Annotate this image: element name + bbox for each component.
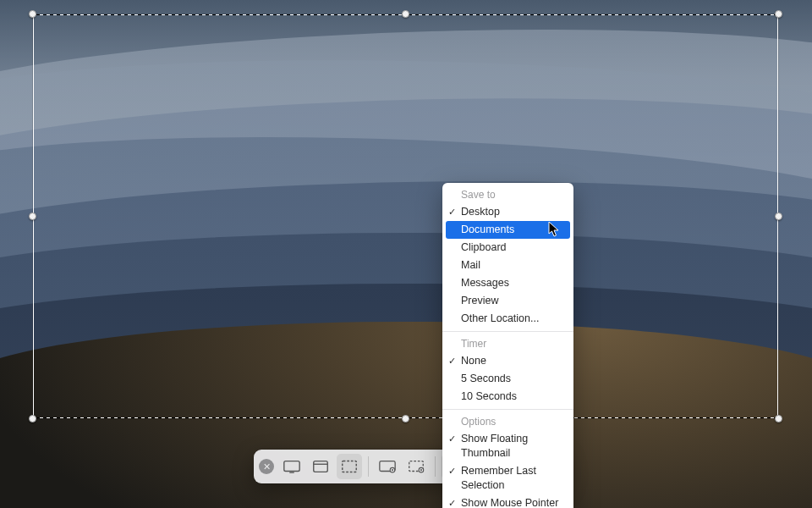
resize-handle-nw[interactable]	[29, 10, 36, 18]
resize-handle-e[interactable]	[775, 213, 782, 220]
menu-divider	[442, 331, 573, 332]
resize-handle-se[interactable]	[775, 415, 782, 422]
menu-divider	[442, 409, 573, 410]
selection-record-icon	[407, 458, 425, 475]
svg-rect-0	[284, 461, 299, 472]
capture-selection-button[interactable]	[337, 454, 362, 479]
svg-rect-1	[289, 472, 294, 472]
record-selection-button[interactable]	[403, 454, 429, 479]
save-to-other-location[interactable]: Other Location...	[442, 310, 573, 328]
svg-rect-4	[343, 461, 357, 472]
option-show-floating-thumbnail[interactable]: Show Floating Thumbnail	[442, 430, 573, 462]
capture-window-button[interactable]	[308, 454, 333, 479]
save-to-clipboard[interactable]: Clipboard	[442, 239, 573, 257]
option-remember-last-selection[interactable]: Remember Last Selection	[442, 462, 573, 494]
screen-icon	[283, 458, 301, 475]
resize-handle-w[interactable]	[29, 213, 36, 220]
timer-none[interactable]: None	[442, 352, 573, 370]
toolbar-divider	[435, 456, 436, 477]
close-button[interactable]: ✕	[259, 459, 274, 474]
resize-handle-ne[interactable]	[775, 10, 782, 18]
selection-icon	[340, 458, 359, 475]
menu-section-header: Timer	[442, 335, 573, 352]
capture-entire-screen-button[interactable]	[279, 454, 304, 479]
option-show-mouse-pointer[interactable]: Show Mouse Pointer	[442, 494, 573, 508]
save-to-messages[interactable]: Messages	[442, 274, 573, 292]
svg-rect-2	[314, 461, 328, 472]
save-to-documents[interactable]: Documents	[446, 221, 570, 239]
timer-5-seconds[interactable]: 5 Seconds	[442, 370, 573, 388]
resize-handle-s[interactable]	[402, 415, 409, 422]
resize-handle-sw[interactable]	[29, 415, 36, 422]
capture-selection-area[interactable]	[33, 14, 778, 418]
toolbar-divider	[368, 456, 369, 477]
svg-point-10	[420, 469, 422, 471]
window-icon	[311, 458, 330, 475]
menu-section-header: Save to	[442, 186, 573, 203]
menu-section-header: Options	[442, 413, 573, 430]
resize-handle-n[interactable]	[402, 10, 409, 18]
options-menu: Save to Desktop Documents Clipboard Mail…	[442, 183, 573, 508]
close-icon: ✕	[263, 461, 271, 472]
screen-record-icon	[378, 458, 397, 475]
selection-marquee[interactable]	[33, 14, 778, 418]
record-entire-screen-button[interactable]	[375, 454, 400, 479]
save-to-preview[interactable]: Preview	[442, 292, 573, 310]
timer-10-seconds[interactable]: 10 Seconds	[442, 388, 573, 406]
save-to-desktop[interactable]: Desktop	[442, 203, 573, 221]
save-to-mail[interactable]: Mail	[442, 257, 573, 274]
svg-point-7	[392, 469, 393, 471]
